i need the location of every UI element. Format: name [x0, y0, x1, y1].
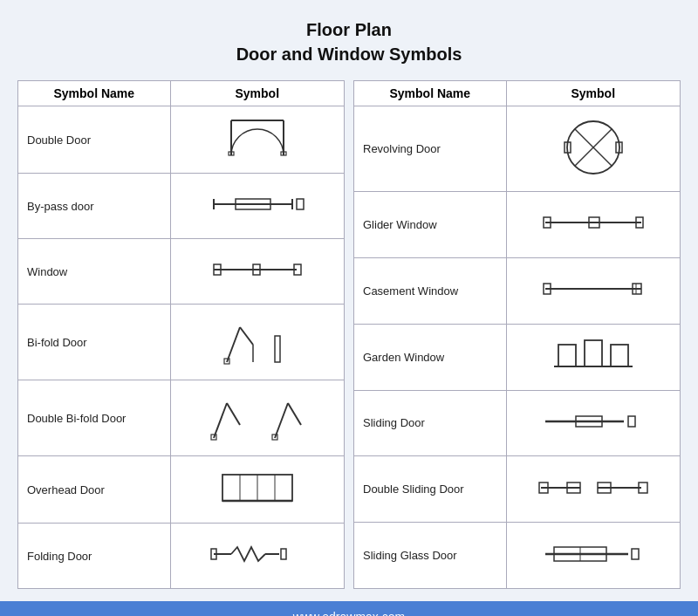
left-table: Symbol Name Symbol Double Door — [17, 80, 345, 589]
svg-rect-64 — [632, 549, 639, 559]
symbol-name: Revolving Door — [354, 106, 507, 192]
symbol-cell — [170, 305, 344, 380]
page-title: Floor Plan Door and Window Symbols — [236, 17, 462, 66]
table-row: Garden Window — [354, 324, 681, 390]
svg-rect-50 — [585, 340, 602, 366]
symbol-cell — [170, 106, 344, 174]
symbol-cell — [170, 380, 344, 456]
svg-line-21 — [227, 403, 240, 425]
tables-wrapper: Symbol Name Symbol Double Door — [17, 80, 681, 589]
svg-line-23 — [275, 403, 288, 438]
symbol-name: Garden Window — [354, 324, 507, 390]
symbol-name: By-pass door — [18, 174, 171, 239]
table-row: Window — [18, 239, 345, 305]
table-row: Double Sliding Door — [354, 456, 681, 523]
table-row: Glider Window — [354, 192, 681, 258]
symbol-cell — [506, 390, 680, 456]
symbol-name: Bi-fold Door — [18, 305, 171, 380]
table-row: Double Bi-fold Door — [18, 380, 345, 456]
table-row: By-pass door — [18, 174, 345, 239]
table-row: Casement Window — [354, 257, 681, 324]
svg-line-24 — [288, 403, 301, 425]
symbol-name: Overhead Door — [18, 456, 171, 524]
right-col1-header: Symbol Name — [354, 81, 507, 106]
svg-rect-10 — [297, 199, 304, 209]
symbol-cell — [506, 106, 680, 192]
svg-rect-51 — [611, 345, 628, 366]
symbol-cell — [506, 257, 680, 324]
footer-text: www.edrawmax.com — [293, 610, 405, 616]
svg-rect-19 — [275, 336, 280, 362]
symbol-cell — [506, 192, 680, 258]
right-table: Symbol Name Symbol Revolving Door — [353, 80, 681, 589]
symbol-cell — [506, 324, 680, 390]
symbol-cell — [170, 456, 344, 524]
symbol-name: Double Sliding Door — [354, 456, 507, 523]
svg-line-20 — [214, 403, 227, 438]
symbol-name: Sliding Door — [354, 390, 507, 456]
svg-line-16 — [240, 327, 253, 345]
symbol-name: Window — [18, 239, 171, 305]
symbol-cell — [506, 523, 680, 589]
symbol-name: Sliding Glass Door — [354, 523, 507, 589]
svg-line-15 — [227, 327, 240, 362]
symbol-cell — [506, 456, 680, 523]
left-col2-header: Symbol — [170, 81, 344, 106]
table-row: Folding Door — [18, 524, 345, 589]
left-col1-header: Symbol Name — [18, 81, 171, 106]
footer: www.edrawmax.com — [0, 601, 698, 616]
table-row: Sliding Door — [354, 390, 681, 456]
table-row: Revolving Door — [354, 106, 681, 192]
symbol-cell — [170, 524, 344, 589]
table-row: Sliding Glass Door — [354, 523, 681, 589]
symbol-name: Glider Window — [354, 192, 507, 258]
symbol-cell — [170, 239, 344, 305]
symbol-name: Double Door — [18, 106, 171, 174]
svg-rect-34 — [281, 549, 286, 559]
svg-rect-54 — [628, 416, 635, 427]
table-row: Overhead Door — [18, 456, 345, 524]
table-row: Double Door — [18, 106, 345, 174]
svg-rect-49 — [558, 345, 576, 366]
table-row: Bi-fold Door — [18, 305, 345, 380]
symbol-name: Folding Door — [18, 524, 171, 589]
symbol-name: Double Bi-fold Door — [18, 380, 171, 456]
right-col2-header: Symbol — [506, 81, 680, 106]
symbol-cell — [170, 174, 344, 239]
symbol-name: Casement Window — [354, 257, 507, 324]
